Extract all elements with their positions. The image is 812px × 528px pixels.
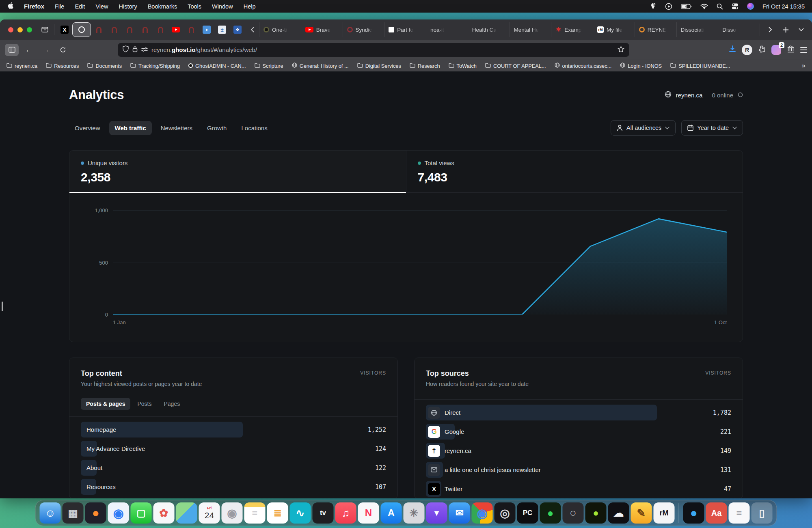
browser-tab-reyne[interactable]: REYNE [635, 22, 676, 37]
bookmark-star-icon[interactable] [618, 46, 624, 54]
date-range-filter-button[interactable]: Year to date [681, 120, 743, 136]
pinned-tab-clamp-icon[interactable] [153, 22, 168, 37]
bookmark-login-ionos[interactable]: Login - IONOS [620, 62, 662, 69]
table-row-my-advance-directive[interactable]: My Advance Directive124 [81, 439, 386, 458]
bookmark-resources[interactable]: Resources [46, 63, 79, 69]
password-manager-extension-icon[interactable]: 2 [771, 45, 781, 55]
bookmark-general-history-of[interactable]: General: History of ... [292, 62, 349, 69]
menu-item-file[interactable]: File [55, 3, 64, 10]
pinned-tab-clamp-icon[interactable] [106, 22, 122, 37]
bookmark-court-of-appeal[interactable]: COURT OF APPEAL... [485, 63, 546, 69]
textedit-icon[interactable]: ≡ [729, 502, 750, 524]
browser-tab-examp[interactable]: Examp [551, 22, 593, 37]
menu-item-edit[interactable]: Edit [75, 3, 85, 10]
table-row-twitter[interactable]: XTwitter47 [426, 479, 731, 498]
site-name[interactable]: reynen.ca [676, 92, 703, 99]
content-filter-pages[interactable]: Pages [159, 398, 186, 410]
reload-button[interactable] [56, 44, 70, 56]
minimize-window-button[interactable] [17, 27, 23, 32]
pinned-tab-ghost-icon[interactable] [72, 22, 91, 37]
tab-newsletters[interactable]: Newsletters [155, 121, 198, 135]
back-button[interactable]: ← [22, 44, 36, 56]
sidebar-toggle-button[interactable] [5, 44, 19, 56]
bookmark-ontariocourts-casec[interactable]: ontariocourts.casec... [555, 62, 612, 69]
scroll-tabs-right-icon[interactable] [763, 24, 777, 36]
photos-icon[interactable]: ✿ [153, 502, 175, 524]
table-row-homepage[interactable]: Homepage1,252 [81, 420, 386, 439]
bookmark-spilledhumanbe[interactable]: SPILLEDHUMANBE... [670, 63, 730, 69]
bookmark-tracking-shipping[interactable]: Tracking/Shipping [130, 63, 180, 69]
total-views-stat[interactable]: Total views 7,483 [406, 151, 743, 192]
menu-item-bookmarks[interactable]: Bookmarks [148, 3, 177, 10]
menu-bar-clock[interactable]: Fri Oct 24 15:35 [762, 3, 805, 10]
address-bar[interactable]: reynen.ghost.io/ghost/#/analytics/web/ [118, 43, 629, 57]
pinned-tab-youtube-icon[interactable] [168, 22, 184, 37]
content-filter-posts[interactable]: Posts [132, 398, 157, 410]
pencil-app-icon[interactable]: ✎ [631, 502, 652, 524]
music-icon[interactable]: ♫ [335, 502, 356, 524]
lock-icon[interactable] [132, 46, 138, 54]
location-services-icon[interactable] [650, 3, 657, 10]
library-icon[interactable] [787, 45, 795, 54]
news-icon[interactable]: N [358, 502, 379, 524]
browser-tab-part-fo[interactable]: Part fo [384, 22, 426, 37]
unique-visitors-stat[interactable]: Unique visitors 2,358 [69, 151, 406, 192]
bookmark-digital-services[interactable]: Digital Services [357, 63, 401, 69]
menu-item-help[interactable]: Help [244, 3, 256, 10]
bookmark-documents[interactable]: Documents [87, 63, 122, 69]
pinned-tab-icc-icon[interactable]: ± [214, 22, 230, 37]
tab-web-traffic[interactable]: Web traffic [109, 121, 152, 135]
close-window-button[interactable] [8, 27, 13, 32]
pinned-tab-clamp-icon[interactable] [137, 22, 153, 37]
bookmark-towatch[interactable]: ToWatch [449, 63, 477, 69]
table-row-reynen-ca[interactable]: †reynen.ca149 [426, 441, 731, 460]
tab-locations[interactable]: Locations [235, 121, 273, 135]
bookmark-scripture[interactable]: Scripture [255, 63, 283, 69]
pinned-tab-unhr-icon[interactable]: ♦ [199, 22, 214, 37]
calendar-icon[interactable]: Fri24 [199, 502, 220, 524]
browser-tab-my-file[interactable]: rMMy file [593, 22, 635, 37]
browser-tab-mental-he[interactable]: Mental He [510, 22, 551, 37]
messages-icon[interactable]: ▢ [131, 502, 152, 524]
pinned-tab-x-icon[interactable]: X [57, 22, 72, 37]
reminders-icon[interactable]: ≣ [267, 502, 288, 524]
scroll-tabs-left-icon[interactable] [245, 24, 259, 36]
lime-character-app-icon[interactable]: ● [585, 502, 607, 524]
audience-filter-button[interactable]: All audiences [611, 120, 676, 136]
downloads-icon[interactable] [729, 45, 736, 54]
pinned-tab-clamp-icon[interactable] [91, 22, 106, 37]
browser-tab-noa-it[interactable]: noa-it [426, 22, 468, 37]
spotlight-search-icon[interactable] [717, 3, 723, 10]
menu-item-history[interactable]: History [119, 3, 137, 10]
battery-icon[interactable] [681, 4, 692, 9]
obs-icon[interactable]: ◎ [495, 502, 516, 524]
bookmark-research[interactable]: Research [410, 63, 440, 69]
menu-item-view[interactable]: View [95, 3, 108, 10]
browser-tab-health-ca[interactable]: Health Ca [468, 22, 510, 37]
pinned-tab-clamp-icon[interactable] [122, 22, 137, 37]
launchpad-icon[interactable]: ▦ [63, 502, 84, 524]
browser-tab-syndic[interactable]: Syndic [343, 22, 384, 37]
apple-tv-icon[interactable]: tv [313, 502, 334, 524]
menu-item-tools[interactable]: Tools [188, 3, 201, 10]
menu-item-firefox[interactable]: Firefox [24, 3, 44, 10]
application-menu-icon[interactable] [800, 47, 807, 53]
account-avatar[interactable]: R [742, 45, 752, 55]
tab-growth[interactable]: Growth [201, 121, 232, 135]
zoom-window-button[interactable] [27, 27, 32, 32]
table-row-resources[interactable]: Resources107 [81, 477, 386, 496]
pinned-tab-clamp-icon[interactable] [184, 22, 199, 37]
bookmark-ghostadmin-can[interactable]: GhostADMIN - CAN... [188, 63, 246, 69]
green-camera-app-icon[interactable]: ● [540, 502, 561, 524]
blue-sphere-app-icon[interactable]: ● [683, 502, 704, 524]
sidebar-splitter-handle[interactable] [2, 302, 3, 311]
browser-tab-dissociati[interactable]: Dissociati [676, 22, 718, 37]
siri-icon[interactable] [747, 3, 754, 10]
extensions-puzzle-icon[interactable] [758, 45, 766, 54]
gray-dial-app-icon[interactable]: ○ [563, 502, 584, 524]
forward-button[interactable]: → [39, 44, 53, 56]
tab-manager-icon[interactable] [38, 24, 52, 36]
tracking-protection-shield-icon[interactable] [123, 45, 129, 54]
browser-tab-brave[interactable]: Brave [301, 22, 343, 37]
permissions-icon[interactable] [141, 46, 148, 54]
